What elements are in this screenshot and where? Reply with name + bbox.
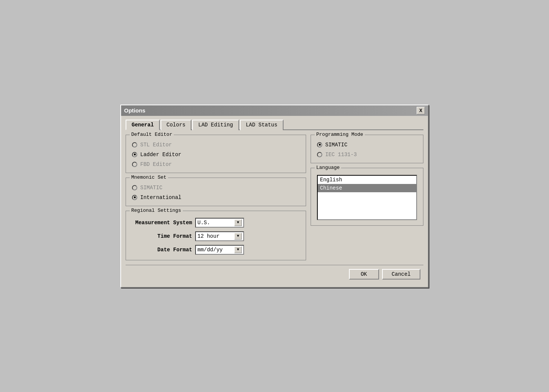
tab-colors[interactable]: Colors [161,120,191,130]
language-label: Language [315,165,341,170]
radio-simatic-mode[interactable]: SIMATIC [317,142,417,148]
cancel-button[interactable]: Cancel [382,269,420,280]
date-format-row: Date Format mm/dd/yy ▼ [132,245,300,255]
options-dialog: Options X General Colors LAD Editing LAD… [120,105,429,288]
radio-simatic-mnemonic[interactable]: SIMATIC [132,185,300,191]
regional-settings-label: Regional Settings [130,208,183,213]
default-editor-group: Default Editor STL Editor Ladder Editor [126,135,306,173]
measurement-system-value: U.S. [197,220,210,226]
radio-stl-editor[interactable]: STL Editor [132,142,300,148]
measurement-system-dropdown[interactable]: U.S. ▼ [195,218,244,228]
date-format-value: mm/dd/yy [197,247,223,253]
dialog-title: Options [124,107,146,114]
dialog-body: General Colors LAD Editing LAD Status De… [121,116,428,287]
title-bar: Options X [121,105,428,116]
time-format-label: Time Format [132,233,192,239]
mnemonic-set-group: Mnemonic Set SIMATIC International [126,178,306,206]
radio-circle-stl [132,142,137,147]
time-format-row: Time Format 12 hour ▼ [132,231,300,241]
language-list[interactable]: English Chinese [317,175,417,220]
radio-label-fbd: FBD Editor [140,161,172,167]
measurement-system-label: Measurement System [132,220,192,226]
tab-lad-status[interactable]: LAD Status [240,120,284,130]
tab-content: Default Editor STL Editor Ladder Editor [126,135,423,260]
radio-label-ladder: Ladder Editor [140,152,181,158]
date-format-dropdown[interactable]: mm/dd/yy ▼ [195,245,244,255]
dialog-footer: OK Cancel [126,265,423,283]
radio-circle-simatic-mode [317,142,322,147]
time-format-arrow: ▼ [234,233,242,240]
close-button[interactable]: X [417,107,425,114]
measurement-system-arrow: ▼ [234,219,242,226]
radio-ladder-editor[interactable]: Ladder Editor [132,152,300,158]
radio-circle-fbd [132,162,137,167]
radio-international[interactable]: International [132,194,300,201]
date-format-arrow: ▼ [234,246,242,253]
radio-label-simatic-mode: SIMATIC [325,142,347,148]
ok-button[interactable]: OK [349,269,379,280]
mnemonic-set-label: Mnemonic Set [130,175,168,180]
tabs-container: General Colors LAD Editing LAD Status [126,119,423,130]
right-column: Programming Mode SIMATIC IEC 1131-3 [311,135,423,260]
radio-circle-ladder [132,152,137,157]
regional-settings-group: Regional Settings Measurement System U.S… [126,211,306,260]
default-editor-radio-group: STL Editor Ladder Editor FBD Editor [132,142,300,167]
programming-mode-label: Programming Mode [315,132,365,137]
default-editor-label: Default Editor [130,132,174,137]
radio-fbd-editor[interactable]: FBD Editor [132,161,300,167]
date-format-label: Date Format [132,247,192,253]
left-column: Default Editor STL Editor Ladder Editor [126,135,306,260]
language-item-chinese[interactable]: Chinese [318,184,416,192]
programming-mode-group: Programming Mode SIMATIC IEC 1131-3 [311,135,423,163]
measurement-system-row: Measurement System U.S. ▼ [132,218,300,228]
radio-label-stl: STL Editor [140,142,172,148]
radio-iec-mode[interactable]: IEC 1131-3 [317,152,417,158]
mnemonic-set-radio-group: SIMATIC International [132,185,300,201]
language-group: Language English Chinese [311,168,423,226]
radio-circle-iec [317,152,322,157]
language-item-english[interactable]: English [318,176,416,184]
radio-label-international: International [140,194,181,201]
radio-circle-simatic-m [132,185,137,190]
tab-general[interactable]: General [126,120,160,130]
radio-label-iec: IEC 1131-3 [325,152,357,158]
radio-circle-international [132,195,137,200]
radio-label-simatic-m: SIMATIC [140,185,162,191]
time-format-value: 12 hour [197,233,220,239]
programming-mode-radio-group: SIMATIC IEC 1131-3 [317,142,417,158]
time-format-dropdown[interactable]: 12 hour ▼ [195,231,244,241]
tab-lad-editing[interactable]: LAD Editing [192,120,239,130]
